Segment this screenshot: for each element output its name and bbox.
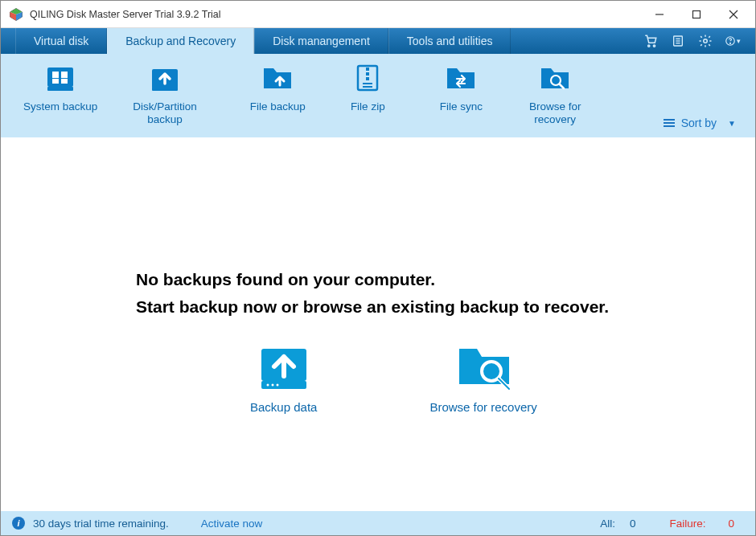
svg-rect-5 <box>693 10 701 18</box>
browse-recovery-large-icon <box>454 342 512 392</box>
cart-icon[interactable] <box>643 33 659 49</box>
tabbar-icons: ▾ <box>643 28 749 54</box>
empty-heading-2: Start backup now or browse an existing b… <box>136 297 755 317</box>
svg-rect-21 <box>52 79 59 84</box>
action-browse-recovery[interactable]: Browse for recovery <box>429 342 536 414</box>
tab-backup-recovery[interactable]: Backup and Recovery <box>107 28 254 54</box>
titlebar: QILING Disk Master Server Trial 3.9.2 Tr… <box>1 1 755 28</box>
tabbar-inner: Virtual disk Backup and Recovery Disk ma… <box>15 28 511 54</box>
sort-icon <box>664 119 675 127</box>
file-zip-icon <box>351 62 384 96</box>
info-icon: i <box>12 517 25 530</box>
file-backup-icon <box>261 62 294 96</box>
toolbar: System backup Disk/Partition backup File… <box>1 54 755 137</box>
sort-by-label: Sort by <box>681 117 717 129</box>
window-title: QILING Disk Master Server Trial 3.9.2 Tr… <box>30 9 641 20</box>
svg-point-30 <box>266 384 269 387</box>
gear-icon[interactable] <box>697 33 713 49</box>
action-row: Backup data Browse for recovery <box>136 342 755 414</box>
browse-recovery-icon <box>538 62 572 96</box>
close-icon <box>729 10 738 19</box>
minimize-icon <box>655 10 664 19</box>
status-failure-value: 0 <box>728 518 734 530</box>
empty-state: No backups found on your computer. Start… <box>1 270 755 414</box>
status-failure-label: Failure: <box>669 518 705 530</box>
tool-file-sync[interactable]: File sync <box>433 62 489 113</box>
svg-point-31 <box>271 384 273 387</box>
system-backup-icon <box>43 62 77 96</box>
tab-disk-management[interactable]: Disk manangement <box>254 28 388 54</box>
sort-by-button[interactable]: Sort by ▼ <box>664 117 736 129</box>
disk-backup-icon <box>148 62 182 96</box>
empty-heading-1: No backups found on your computer. <box>136 270 755 289</box>
svg-rect-18 <box>47 87 73 91</box>
svg-rect-19 <box>52 72 59 78</box>
svg-rect-22 <box>61 79 68 84</box>
tab-virtual-disk[interactable]: Virtual disk <box>15 28 107 54</box>
file-sync-icon <box>444 62 478 96</box>
tool-disk-partition-backup[interactable]: Disk/Partition backup <box>126 62 203 126</box>
close-button[interactable] <box>715 2 752 27</box>
app-icon <box>9 7 23 22</box>
backup-data-icon <box>255 342 313 392</box>
tool-label: System backup <box>23 100 97 113</box>
svg-point-9 <box>653 45 655 47</box>
tool-browse-recovery[interactable]: Browse for recovery <box>523 62 588 126</box>
maximize-button[interactable] <box>678 2 715 27</box>
maximize-icon <box>692 10 701 19</box>
svg-rect-20 <box>61 72 68 78</box>
svg-point-32 <box>276 384 278 387</box>
trial-message: 30 days trial time remaining. <box>33 518 169 530</box>
status-all-label: All: <box>600 518 615 530</box>
tool-label: Browse for recovery <box>529 100 581 126</box>
action-label: Browse for recovery <box>429 400 536 414</box>
chevron-down-icon: ▼ <box>728 119 736 128</box>
tool-label: File sync <box>440 100 483 113</box>
tool-label: Disk/Partition backup <box>133 100 197 126</box>
help-icon[interactable]: ▾ <box>725 33 741 49</box>
svg-rect-24 <box>152 87 178 91</box>
minimize-button[interactable] <box>641 2 678 27</box>
tool-system-backup[interactable]: System backup <box>17 62 104 113</box>
svg-point-14 <box>704 39 708 43</box>
tool-label: File zip <box>351 100 385 113</box>
activate-link[interactable]: Activate now <box>201 518 263 530</box>
status-all-value: 0 <box>630 518 636 530</box>
tool-label: File backup <box>250 100 306 113</box>
window-controls <box>641 2 752 27</box>
tab-tools-utilities[interactable]: Tools and utilities <box>388 28 512 54</box>
svg-point-16 <box>730 43 731 43</box>
svg-rect-17 <box>47 68 73 87</box>
action-label: Backup data <box>250 400 317 414</box>
list-icon[interactable] <box>670 33 686 49</box>
statusbar: i 30 days trial time remaining. Activate… <box>1 511 755 535</box>
tool-file-zip[interactable]: File zip <box>344 62 392 113</box>
action-backup-data[interactable]: Backup data <box>250 342 317 414</box>
main-content: No backups found on your computer. Start… <box>1 137 755 511</box>
tool-file-backup[interactable]: File backup <box>244 62 312 113</box>
tabbar: Virtual disk Backup and Recovery Disk ma… <box>1 28 755 54</box>
app-window: QILING Disk Master Server Trial 3.9.2 Tr… <box>0 0 756 536</box>
svg-point-8 <box>648 45 650 47</box>
